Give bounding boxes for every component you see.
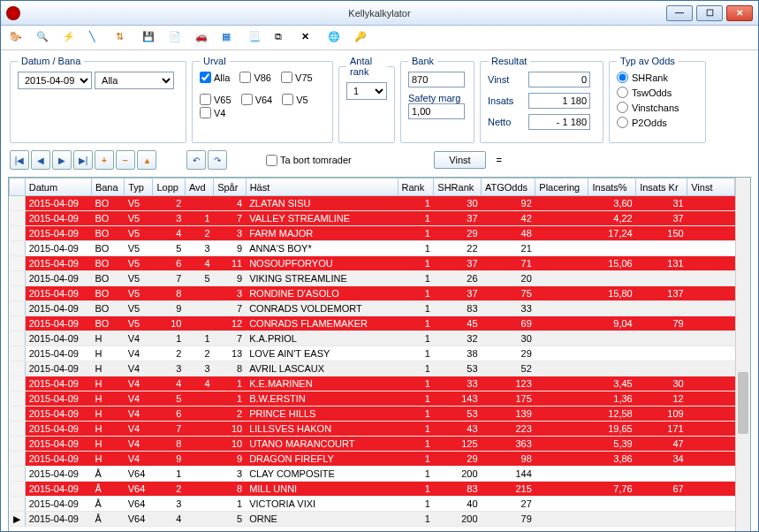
remove-button[interactable]: − [116, 150, 135, 170]
bolt-icon[interactable]: ⚡ [63, 31, 77, 45]
redo-button[interactable]: ↷ [208, 150, 227, 170]
tswodds-radio[interactable] [617, 87, 628, 98]
cell-shrank: 30 [434, 196, 482, 211]
table-row[interactable]: 2015-04-09BOV56411NOSOUPFORYOU1377115,06… [10, 256, 735, 271]
add-button[interactable]: + [95, 150, 114, 170]
undo-button[interactable]: ↶ [186, 150, 206, 170]
table-row[interactable]: 2015-04-09BOV5759VIKING STREAMLINE12620 [10, 271, 735, 286]
table-row[interactable]: 2015-04-09HV451B.W.ERSTIN11431751,3612 [10, 391, 735, 407]
table-row[interactable]: 2015-04-09HV499DRAGON FIREFLY129983,8634 [10, 452, 735, 467]
col-header[interactable]: Avd [185, 179, 213, 196]
v86-checkbox[interactable] [239, 72, 251, 83]
cell-shrank: 40 [434, 497, 482, 512]
binoculars-icon[interactable]: 🔍 [36, 31, 50, 45]
tabort-checkbox[interactable] [266, 155, 277, 166]
vinst-button[interactable]: Vinst [434, 151, 485, 169]
grid-icon[interactable]: ▦ [222, 31, 236, 45]
col-header[interactable]: Datum [25, 179, 91, 196]
col-header[interactable]: Placering [535, 179, 588, 196]
col-header[interactable]: Bana [91, 179, 124, 196]
table-row[interactable]: 2015-04-09ÅV6413CLAY COMPOSITE1200144 [10, 467, 735, 482]
col-header[interactable]: Insats% [588, 179, 636, 196]
cell-ind [10, 226, 26, 241]
minimize-button[interactable]: — [666, 5, 693, 21]
col-header[interactable]: Häst [246, 179, 398, 196]
col-header[interactable]: SHRank [434, 179, 482, 196]
bank-input[interactable] [408, 72, 465, 87]
scrollbar-thumb[interactable] [738, 372, 748, 434]
export-icon[interactable]: ⇅ [116, 31, 130, 45]
maximize-button[interactable]: ☐ [696, 5, 723, 21]
table-row[interactable]: 2015-04-09BOV51012CONRADS FLAMEMAKER1456… [10, 316, 735, 331]
table-row[interactable]: 2015-04-09BOV597CONRADS VOLDEMORT18333 [10, 301, 735, 316]
delete-icon[interactable]: ✕ [301, 31, 315, 45]
cell-avd [185, 286, 213, 301]
key-icon[interactable]: 🔑 [354, 31, 368, 45]
page-icon[interactable]: 📃 [248, 31, 262, 45]
table-row[interactable]: 2015-04-09HV4710LILLSVES HAKON14322319,6… [10, 422, 735, 437]
vinstchans-radio[interactable] [617, 102, 628, 113]
save-icon[interactable]: 💾 [142, 31, 156, 45]
table-row[interactable]: 2015-04-09HV4117K.A.PRIOL13230 [10, 331, 735, 346]
table-row[interactable]: 2015-04-09BOV5539ANNA'S BOY*12221 [10, 241, 735, 256]
wand-icon[interactable]: ╲ [89, 31, 103, 45]
last-button[interactable]: ▶| [73, 150, 93, 170]
table-row[interactable]: 2015-04-09ÅV6428MILL UNNI1832157,7667 [10, 482, 735, 497]
col-header[interactable]: Spår [214, 179, 247, 196]
first-button[interactable]: |◀ [10, 150, 29, 170]
data-grid[interactable]: DatumBanaTypLoppAvdSpårHästRankSHRankATG… [8, 177, 751, 532]
doc-icon[interactable]: 📄 [169, 31, 183, 45]
edit-button[interactable]: ▴ [137, 150, 156, 170]
table-row[interactable]: 2015-04-09HV4441K.E.MARINEN1331233,4530 [10, 376, 735, 391]
col-header[interactable]: Typ [125, 179, 153, 196]
col-header[interactable]: Lopp [153, 179, 186, 196]
cell-avd [185, 422, 213, 437]
table-row[interactable]: 2015-04-09BOV583RONDINE D'ASOLO1377515,8… [10, 286, 735, 301]
car-icon[interactable]: 🚗 [195, 31, 209, 45]
table-row[interactable]: 2015-04-09HV42213LOVE AIN'T EASY13829 [10, 346, 735, 361]
cell-plac [535, 512, 588, 527]
table-row[interactable]: 2015-04-09HV462PRINCE HILLS15313912,5810… [10, 407, 735, 422]
bank-legend: Bank [408, 56, 437, 66]
v75-checkbox[interactable] [281, 72, 292, 83]
table-row[interactable]: ▶2015-04-09ÅV6445ORNE120079 [10, 512, 735, 527]
p2odds-radio[interactable] [617, 117, 628, 128]
table-row[interactable]: 2015-04-09ÅV6431VICTORIA VIXI14027 [10, 497, 735, 512]
date-select[interactable]: 2015-04-09 [18, 72, 92, 89]
v75-label: V75 [295, 72, 313, 83]
prev-button[interactable]: ◀ [31, 150, 50, 170]
cell-shrank: 200 [434, 467, 482, 482]
cell-datum: 2015-04-09 [25, 271, 91, 286]
col-header[interactable]: ATGOdds [482, 179, 535, 196]
copy-icon[interactable]: ⧉ [275, 31, 289, 45]
horse-icon[interactable]: 🐎 [10, 31, 24, 45]
v4-checkbox[interactable] [200, 107, 211, 118]
table-row[interactable]: 2015-04-09HV4810UTANO MARANCOURT11253635… [10, 437, 735, 452]
cell-atg: 30 [482, 331, 535, 346]
v65-checkbox[interactable] [200, 94, 211, 105]
table-row[interactable]: 2015-04-09BOV524ZLATAN SISU130923,6031 [10, 196, 735, 211]
table-row[interactable]: 2015-04-09HV4338AVRIL LASCAUX15352 [10, 361, 735, 376]
cell-vinst [687, 241, 735, 256]
table-row[interactable]: 2015-04-09BOV5317VALLEY STREAMLINE137424… [10, 211, 735, 226]
alla-checkbox[interactable] [200, 72, 211, 83]
globe-icon[interactable]: 🌐 [328, 31, 342, 45]
next-button[interactable]: ▶ [52, 150, 72, 170]
col-header[interactable]: Rank [398, 179, 434, 196]
table-row[interactable]: 2015-04-09BOV5423FARM MAJOR1294817,24150 [10, 226, 735, 241]
safety-input[interactable] [408, 103, 465, 119]
col-header[interactable] [10, 179, 26, 196]
toolbar: 🐎 🔍 ⚡ ╲ ⇅ 💾 📄 🚗 ▦ 📃 ⧉ ✕ 🌐 🔑 [1, 26, 758, 50]
shrank-radio[interactable] [617, 72, 628, 83]
cell-hast: MILL UNNI [246, 482, 398, 497]
v64-checkbox[interactable] [241, 94, 253, 105]
antal-rank-select[interactable]: 1 [346, 82, 387, 100]
vertical-scrollbar[interactable] [735, 178, 750, 531]
bana-select[interactable]: Alla [95, 72, 174, 89]
v5-checkbox[interactable] [282, 94, 293, 105]
col-header[interactable]: Insats Kr [636, 179, 687, 196]
col-header[interactable]: Vinst [687, 179, 735, 196]
cell-shrank: 37 [434, 286, 482, 301]
close-button[interactable]: ✕ [726, 5, 753, 21]
cell-bana: H [91, 331, 124, 346]
